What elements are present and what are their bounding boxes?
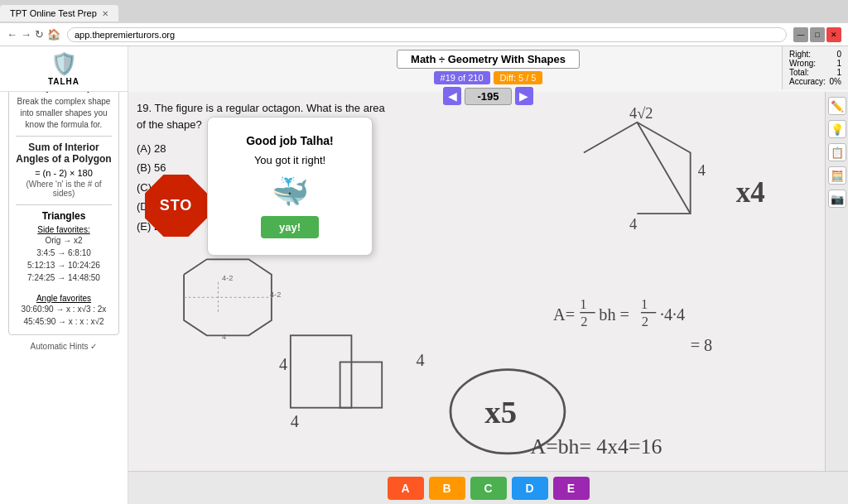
whiteboard: 19. The figure is a regular octagon. Wha… [128, 92, 848, 471]
svg-line-13 [637, 122, 690, 214]
question-number: #19 of 210 [434, 71, 490, 84]
answer-bar: A B C D E [128, 471, 848, 504]
hint-box: Hint(s): Complex Shapes Break the comple… [8, 55, 119, 335]
wrong-value: 1 [836, 59, 841, 68]
answer-e-button[interactable]: E [553, 477, 590, 500]
interior-angles-note: (Where 'n' is the # of sides) [16, 180, 112, 198]
popup-message: You got it right! [233, 154, 347, 166]
svg-text:1: 1 [641, 296, 648, 312]
score-display: -195 [465, 88, 511, 105]
stats-panel: Right: 0 Wrong: 1 Total: 1 Accuracy: 0% [782, 46, 848, 89]
svg-text:4: 4 [291, 412, 299, 430]
svg-text:4: 4 [629, 216, 637, 233]
tab-title: TPT Online Test Prep [10, 8, 97, 18]
side-favorites: Orig → x23:4:5 → 6:8:105:12:13 → 10:24:2… [16, 234, 112, 284]
refresh-button[interactable]: ↻ [35, 28, 44, 41]
lightbulb-tool-button[interactable]: 💡 [828, 120, 846, 138]
interior-angles-title: Sum of Interior Angles of a Polygon [16, 142, 112, 165]
popup-title: Good job Talha! [233, 134, 347, 147]
accuracy-value: 0% [830, 77, 841, 86]
notes-tool-button[interactable]: 📋 [828, 143, 846, 161]
svg-text:2: 2 [642, 314, 648, 329]
camera-tool-button[interactable]: 📷 [828, 190, 846, 208]
complex-shapes-text: Break the complex shape into smaller sha… [16, 96, 112, 131]
svg-text:x5: x5 [484, 395, 517, 430]
next-question-button[interactable]: ▶ [515, 87, 533, 105]
browser-menu-button[interactable]: — [793, 27, 808, 42]
yay-button[interactable]: yay! [261, 216, 319, 238]
wrong-label: Wrong: [789, 59, 816, 68]
stop-sign: STO [145, 175, 207, 237]
tab-close-icon[interactable]: ✕ [102, 9, 108, 18]
stop-text: STO [160, 197, 193, 214]
svg-text:4-2: 4-2 [270, 290, 281, 299]
main-content: 19. The figure is a regular octagon. Wha… [128, 92, 848, 471]
home-button[interactable]: 🏠 [47, 28, 60, 41]
side-favorites-title: Side favorites: [16, 225, 112, 234]
prev-question-button[interactable]: ◀ [443, 87, 461, 105]
whale-icon: 🐳 [233, 175, 347, 209]
right-tools: ✏️ 💡 📋 🧮 📷 [825, 92, 848, 471]
svg-text:4: 4 [417, 351, 425, 369]
answer-a-button[interactable]: A [388, 477, 424, 500]
answer-c-button[interactable]: C [470, 477, 507, 500]
answer-b-button[interactable]: B [429, 477, 465, 500]
svg-text:4: 4 [698, 162, 706, 179]
svg-text:·4·4: ·4·4 [660, 305, 685, 324]
svg-point-11 [450, 370, 565, 454]
svg-text:x4: x4 [736, 176, 765, 209]
forward-button[interactable]: → [21, 28, 31, 41]
triangles-title: Triangles [16, 210, 112, 222]
auto-hints: Automatic Hints ✓ [8, 342, 119, 351]
pencil-tool-button[interactable]: ✏️ [828, 97, 846, 115]
right-label: Right: [789, 50, 811, 59]
svg-rect-6 [291, 335, 352, 407]
calculator-tool-button[interactable]: 🧮 [828, 166, 846, 185]
interior-angles-formula: = (n - 2) × 180 [16, 168, 112, 178]
browser-close-button[interactable]: ✕ [826, 27, 841, 42]
svg-text:bh =: bh = [599, 305, 629, 324]
shield-icon: 🛡️ [51, 51, 77, 77]
top-bar: Math ÷ Geometry With Shapes #19 of 210 D… [128, 46, 848, 92]
answer-d-button[interactable]: D [512, 477, 548, 500]
user-name: TALHA [48, 77, 80, 86]
svg-text:A=bh= 4x4=16: A=bh= 4x4=16 [531, 434, 662, 458]
subject-title: Math ÷ Geometry With Shapes [397, 50, 580, 69]
avatar-area: 🛡️ TALHA [0, 46, 128, 92]
difficulty-badge: Diff: 5 / 5 [494, 71, 543, 84]
angle-favorites-title: Angle favorites [16, 294, 112, 303]
right-value: 0 [836, 50, 841, 59]
back-button[interactable]: ← [7, 28, 17, 41]
total-label: Total: [789, 68, 809, 77]
svg-text:4: 4 [222, 333, 226, 341]
success-popup: Good job Talha! You got it right! 🐳 yay! [207, 117, 373, 256]
browser-tab[interactable]: TPT Online Test Prep ✕ [0, 5, 118, 22]
svg-text:4: 4 [279, 355, 287, 373]
svg-text:A=: A= [553, 305, 575, 324]
svg-text:1: 1 [580, 296, 586, 312]
svg-rect-7 [340, 362, 383, 407]
sidebar: Hint(s): Complex Shapes Break the comple… [0, 46, 128, 504]
accuracy-label: Accuracy: [789, 77, 826, 86]
svg-text:2: 2 [581, 314, 587, 329]
address-input[interactable] [67, 27, 787, 42]
svg-text:4√2: 4√2 [629, 105, 653, 122]
browser-restore-button[interactable]: □ [810, 27, 825, 42]
svg-text:= 8: = 8 [691, 336, 713, 354]
angle-favorites: 30:60:90 → x : x√3 : 2x45:45:90 → x : x … [16, 303, 112, 328]
svg-text:4-2: 4-2 [222, 274, 233, 282]
total-value: 1 [836, 68, 841, 77]
